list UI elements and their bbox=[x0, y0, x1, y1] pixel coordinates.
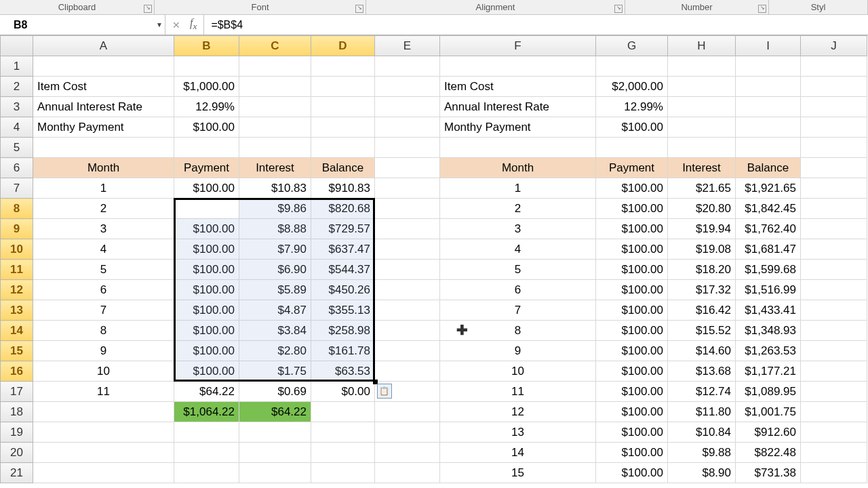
cell-E5[interactable] bbox=[375, 138, 440, 158]
cell-C8[interactable]: $9.86 bbox=[239, 199, 311, 219]
cell-F16[interactable]: 10 bbox=[440, 361, 596, 382]
cell-C1[interactable] bbox=[239, 56, 311, 77]
cell-F21[interactable]: 15 bbox=[440, 463, 596, 483]
row-header-21[interactable]: 21 bbox=[1, 463, 33, 483]
cell-C9[interactable]: $8.88 bbox=[239, 219, 311, 239]
cell-G21[interactable]: $100.00 bbox=[596, 463, 668, 483]
cell-C5[interactable] bbox=[239, 138, 311, 158]
cell-G14[interactable]: $100.00 bbox=[596, 321, 668, 341]
autofill-options-button[interactable]: 📋 bbox=[377, 384, 392, 399]
cell-F17[interactable]: 11 bbox=[440, 382, 596, 402]
cell-D8[interactable]: $820.68 bbox=[311, 199, 375, 219]
row-header-12[interactable]: 12 bbox=[1, 280, 33, 300]
column-header-C[interactable]: C bbox=[239, 36, 311, 56]
cell-B19[interactable] bbox=[174, 422, 239, 443]
cell-E9[interactable] bbox=[375, 219, 440, 239]
cell-C11[interactable]: $6.90 bbox=[239, 260, 311, 280]
cell-A8[interactable]: 2 bbox=[33, 199, 174, 219]
cell-F4[interactable]: Monthy Payment bbox=[440, 117, 596, 138]
cell-H5[interactable] bbox=[668, 138, 736, 158]
fx-icon[interactable]: fx bbox=[187, 17, 199, 32]
cell-D7[interactable]: $910.83 bbox=[311, 178, 375, 199]
cell-C18[interactable]: $64.22 bbox=[239, 402, 311, 422]
cell-C19[interactable] bbox=[239, 422, 311, 443]
cell-E21[interactable] bbox=[375, 463, 440, 483]
cell-F12[interactable]: 6 bbox=[440, 280, 596, 300]
cell-I16[interactable]: $1,177.21 bbox=[736, 361, 801, 382]
cell-E18[interactable] bbox=[375, 402, 440, 422]
cell-E3[interactable] bbox=[375, 97, 440, 117]
row-header-17[interactable]: 17 bbox=[1, 382, 33, 402]
cell-D5[interactable] bbox=[311, 138, 375, 158]
cell-B7[interactable]: $100.00 bbox=[174, 178, 239, 199]
cell-D9[interactable]: $729.57 bbox=[311, 219, 375, 239]
cell-G4[interactable]: $100.00 bbox=[596, 117, 668, 138]
row-header-18[interactable]: 18 bbox=[1, 402, 33, 422]
row-header-3[interactable]: 3 bbox=[1, 97, 33, 117]
cell-C3[interactable] bbox=[239, 97, 311, 117]
cell-B2[interactable]: $1,000.00 bbox=[174, 77, 239, 97]
cell-J1[interactable] bbox=[801, 56, 867, 77]
row-header-5[interactable]: 5 bbox=[1, 138, 33, 158]
cell-G5[interactable] bbox=[596, 138, 668, 158]
cell-F20[interactable]: 14 bbox=[440, 443, 596, 463]
cell-I12[interactable]: $1,516.99 bbox=[736, 280, 801, 300]
cell-A2[interactable]: Item Cost bbox=[33, 77, 174, 97]
cell-H8[interactable]: $20.80 bbox=[668, 199, 736, 219]
cell-G11[interactable]: $100.00 bbox=[596, 260, 668, 280]
cell-H10[interactable]: $19.08 bbox=[668, 239, 736, 260]
cell-F2[interactable]: Item Cost bbox=[440, 77, 596, 97]
cell-G18[interactable]: $100.00 bbox=[596, 402, 668, 422]
cell-A6[interactable]: Month bbox=[33, 158, 174, 178]
cell-D15[interactable]: $161.78 bbox=[311, 341, 375, 361]
worksheet-area[interactable]: ABCDEFGHIJ12Item Cost$1,000.00Item Cost$… bbox=[0, 35, 868, 488]
row-header-14[interactable]: 14 bbox=[1, 321, 33, 341]
cell-J3[interactable] bbox=[801, 97, 867, 117]
cell-B1[interactable] bbox=[174, 56, 239, 77]
cell-F5[interactable] bbox=[440, 138, 596, 158]
cell-F10[interactable]: 4 bbox=[440, 239, 596, 260]
cell-D20[interactable] bbox=[311, 443, 375, 463]
cell-E1[interactable] bbox=[375, 56, 440, 77]
row-header-15[interactable]: 15 bbox=[1, 341, 33, 361]
cell-H19[interactable]: $10.84 bbox=[668, 422, 736, 443]
cell-A9[interactable]: 3 bbox=[33, 219, 174, 239]
cell-F14[interactable]: 8 bbox=[440, 321, 596, 341]
cell-A1[interactable] bbox=[33, 56, 174, 77]
cell-E14[interactable] bbox=[375, 321, 440, 341]
cell-A11[interactable]: 5 bbox=[33, 260, 174, 280]
cell-F1[interactable] bbox=[440, 56, 596, 77]
cell-A12[interactable]: 6 bbox=[33, 280, 174, 300]
row-header-10[interactable]: 10 bbox=[1, 239, 33, 260]
cell-F7[interactable]: 1 bbox=[440, 178, 596, 199]
cell-C20[interactable] bbox=[239, 443, 311, 463]
cell-A3[interactable]: Annual Interest Rate bbox=[33, 97, 174, 117]
row-header-8[interactable]: 8 bbox=[1, 199, 33, 219]
cell-I5[interactable] bbox=[736, 138, 801, 158]
cell-D2[interactable] bbox=[311, 77, 375, 97]
cell-B11[interactable]: $100.00 bbox=[174, 260, 239, 280]
name-box-dropdown-icon[interactable]: ▼ bbox=[156, 21, 163, 28]
cell-B20[interactable] bbox=[174, 443, 239, 463]
cell-D3[interactable] bbox=[311, 97, 375, 117]
cell-E10[interactable] bbox=[375, 239, 440, 260]
cell-C16[interactable]: $1.75 bbox=[239, 361, 311, 382]
cell-J14[interactable] bbox=[801, 321, 867, 341]
cell-D11[interactable]: $544.37 bbox=[311, 260, 375, 280]
row-header-16[interactable]: 16 bbox=[1, 361, 33, 382]
cell-G2[interactable]: $2,000.00 bbox=[596, 77, 668, 97]
cell-I19[interactable]: $912.60 bbox=[736, 422, 801, 443]
cell-G12[interactable]: $100.00 bbox=[596, 280, 668, 300]
cell-C4[interactable] bbox=[239, 117, 311, 138]
cell-C6[interactable]: Interest bbox=[239, 158, 311, 178]
dialog-launcher-icon[interactable]: ↘ bbox=[355, 5, 363, 13]
cell-I11[interactable]: $1,599.68 bbox=[736, 260, 801, 280]
cell-A17[interactable]: 11 bbox=[33, 382, 174, 402]
cell-D12[interactable]: $450.26 bbox=[311, 280, 375, 300]
cell-J21[interactable] bbox=[801, 463, 867, 483]
cell-I18[interactable]: $1,001.75 bbox=[736, 402, 801, 422]
cell-J10[interactable] bbox=[801, 239, 867, 260]
row-header-13[interactable]: 13 bbox=[1, 300, 33, 321]
cell-G8[interactable]: $100.00 bbox=[596, 199, 668, 219]
cell-H13[interactable]: $16.42 bbox=[668, 300, 736, 321]
